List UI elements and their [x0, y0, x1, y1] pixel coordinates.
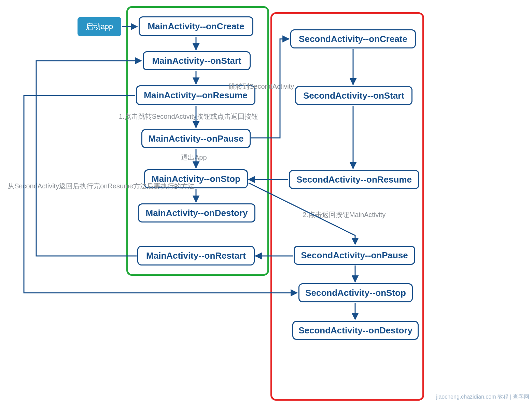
diagram-canvas: 启动app MainActivity--onCreate MainActivit… — [0, 0, 532, 402]
label-second-onstart: SecondActivity--onStart — [303, 90, 404, 101]
label-second-onstop: SecondActivity--onStop — [305, 288, 406, 298]
anno-jumpto: 跳转到SecondActivity — [229, 82, 294, 91]
label-second-ondestory: SecondActivity--onDestory — [298, 325, 412, 336]
node-main-onstart: MainActivity--onStart — [143, 51, 251, 70]
node-main-onrestart: MainActivity--onRestart — [137, 246, 255, 265]
anno-back2: 2.点击返回按钮MainActivity — [303, 210, 386, 219]
anno-click1: 1.点击跳转SecondActivity按钮或点击返回按钮 — [119, 112, 258, 121]
label-main-ondestory: MainActivity--onDestory — [145, 208, 248, 218]
label-main-onpause: MainActivity--onPause — [149, 133, 244, 144]
label-main-onresume: MainActivity--onResume — [144, 90, 247, 101]
node-main-oncreate: MainActivity--onCreate — [139, 16, 253, 36]
label-main-oncreate: MainActivity--onCreate — [148, 21, 244, 32]
node-second-oncreate: SecondActivity--onCreate — [290, 29, 416, 48]
label-main-onstart: MainActivity--onStart — [152, 56, 241, 66]
node-main-onpause: MainActivity--onPause — [141, 129, 251, 148]
label-second-onpause: SecondActivity--onPause — [301, 250, 408, 261]
node-second-ondestory: SecondActivity--onDestory — [292, 321, 419, 340]
label-second-onresume: SecondActivity--onResume — [296, 174, 412, 185]
label-second-oncreate: SecondActivity--onCreate — [299, 34, 407, 44]
anno-loopnote: 从SecondActivity返回后执行完onResume方法后要执行的方法 — [8, 182, 195, 191]
group-second-activity — [270, 12, 424, 401]
start-node: 启动app — [78, 17, 121, 36]
start-label: 启动app — [86, 21, 113, 32]
node-second-onpause: SecondActivity--onPause — [294, 246, 415, 265]
label-main-onrestart: MainActivity--onRestart — [146, 250, 246, 261]
node-second-onstart: SecondActivity--onStart — [295, 86, 412, 105]
node-second-onstop: SecondActivity--onStop — [298, 283, 413, 302]
arrow-onrestart-onstart — [36, 61, 141, 256]
node-main-ondestory: MainActivity--onDestory — [138, 203, 255, 222]
anno-exitapp: 退出App — [181, 153, 207, 162]
node-second-onresume: SecondActivity--onResume — [289, 170, 419, 189]
footer-watermark: jiaocheng.chazidian.com 教程 | 查字网 — [436, 393, 529, 401]
